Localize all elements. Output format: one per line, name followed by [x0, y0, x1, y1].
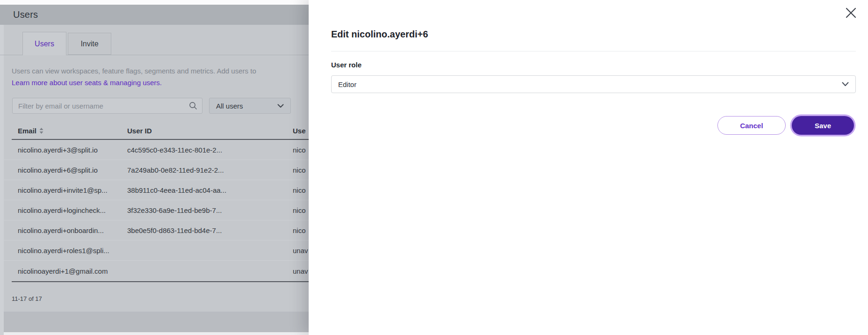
learn-more-link[interactable]: Learn more about user seats & managing u… — [12, 77, 309, 88]
edit-user-modal: Edit nicolino.ayerdi+6 User role Editor … — [309, 0, 868, 335]
cell-userid: c4c595c0-e343-11ec-801e-2... — [127, 146, 222, 154]
pagination-status: 11-17 of 17 — [12, 295, 42, 302]
column-header-user-label: Use — [293, 127, 306, 135]
table-row[interactable]: nicolino.ayerdi+logincheck... 3f32e330-6… — [0, 200, 309, 220]
filter-field-wrap — [12, 98, 203, 114]
tab-invite[interactable]: Invite — [68, 33, 111, 55]
user-scope-selected: All users — [216, 102, 277, 110]
cell-userid: 38b911c0-4eea-11ed-ac04-aa... — [127, 186, 226, 194]
page-bottom-edge — [4, 332, 309, 335]
cell-email: nicolino.ayerdi+logincheck... — [18, 206, 106, 214]
cell-userid: 7a249ab0-0e82-11ed-91e2-2... — [127, 166, 224, 174]
close-icon — [846, 7, 856, 18]
cell-user: nico — [293, 226, 306, 234]
cell-user: nico — [293, 186, 306, 194]
sort-icon — [39, 128, 43, 134]
cell-user: nico — [293, 146, 306, 154]
modal-divider — [331, 51, 856, 51]
cell-email: nicolino.ayerdi+roles1@spli... — [18, 247, 109, 255]
column-header-userid-label: User ID — [127, 127, 152, 135]
page-title: Users — [13, 9, 38, 20]
modal-actions: Cancel Save — [717, 116, 856, 135]
user-role-select[interactable]: Editor — [331, 75, 856, 93]
table-row[interactable]: nicolino.ayerdi+invite1@sp... 38b911c0-4… — [0, 180, 309, 200]
save-button[interactable]: Save — [792, 116, 854, 135]
chevron-down-icon — [277, 104, 284, 108]
cell-user: nico — [293, 166, 306, 174]
cell-user: nico — [293, 206, 306, 214]
table-row[interactable]: nicolino.ayerdi+roles1@spli... unav — [0, 240, 309, 261]
user-scope-select[interactable]: All users — [209, 98, 291, 114]
table-row[interactable]: nicolino.ayerdi+onboardin... 3be0e5f0-d8… — [0, 220, 309, 240]
chevron-down-icon — [842, 82, 849, 87]
search-icon — [189, 102, 197, 110]
cell-email: nicolino.ayerdi+onboardin... — [18, 226, 104, 234]
close-button[interactable] — [844, 6, 857, 19]
top-margin — [0, 0, 309, 5]
table-bottom-border — [12, 281, 309, 282]
cell-user: unav — [293, 247, 308, 255]
cancel-button[interactable]: Cancel — [717, 116, 786, 135]
user-role-selected: Editor — [338, 80, 842, 88]
tab-invite-label: Invite — [80, 40, 98, 48]
cell-userid: 3be0e5f0-d863-11ed-bd4e-7... — [127, 226, 222, 234]
page-footer-strip — [4, 312, 309, 332]
user-role-label: User role — [331, 61, 362, 69]
column-header-userid: User ID — [127, 127, 152, 135]
table-row[interactable]: nicolinoayerdi+1@gmail.com unav — [0, 261, 309, 281]
column-header-email-label: Email — [18, 127, 36, 135]
cell-email: nicolino.ayerdi+6@split.io — [18, 166, 98, 174]
modal-title: Edit nicolino.ayerdi+6 — [331, 29, 428, 40]
users-page-dimmed: Users Users Invite Users can view worksp… — [0, 0, 309, 335]
tab-users[interactable]: Users — [22, 32, 66, 55]
page-header: Users — [0, 5, 309, 25]
table-row[interactable]: nicolino.ayerdi+3@split.io c4c595c0-e343… — [0, 140, 309, 160]
users-description-text: Users can view workspaces, feature flags… — [12, 67, 256, 75]
tab-users-label: Users — [35, 40, 54, 48]
cell-email: nicolino.ayerdi+3@split.io — [18, 146, 98, 154]
table-row[interactable]: nicolino.ayerdi+6@split.io 7a249ab0-0e82… — [0, 160, 309, 180]
cell-email: nicolino.ayerdi+invite1@sp... — [18, 186, 108, 194]
table-header-row: Email User ID Use — [0, 124, 309, 139]
cell-email: nicolinoayerdi+1@gmail.com — [18, 267, 108, 275]
cell-user: unav — [293, 267, 308, 275]
filter-input[interactable] — [13, 98, 189, 113]
cell-userid: 3f32e330-6a9e-11ed-be9b-7... — [127, 206, 222, 214]
column-header-user: Use — [293, 127, 306, 135]
column-header-email[interactable]: Email — [18, 127, 43, 135]
users-description: Users can view workspaces, feature flags… — [12, 65, 309, 88]
